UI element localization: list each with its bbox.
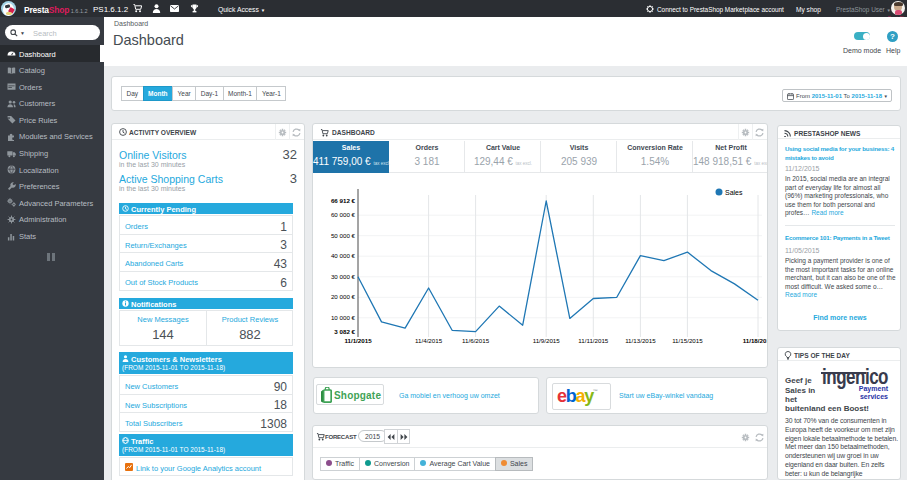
svg-text:11/18/2015: 11/18/2015 (743, 337, 768, 344)
svg-text:3 082 €: 3 082 € (334, 328, 355, 335)
svg-text:60 000 €: 60 000 € (331, 211, 356, 218)
svg-text:20 000 €: 20 000 € (331, 293, 356, 300)
svg-text:66 912 €: 66 912 € (331, 197, 356, 204)
svg-text:40 000 €: 40 000 € (331, 252, 356, 259)
svg-text:11/6/2015: 11/6/2015 (462, 337, 490, 344)
svg-text:11/13/2015: 11/13/2015 (625, 337, 656, 344)
svg-text:11/4/2015: 11/4/2015 (415, 337, 443, 344)
svg-text:10 000 €: 10 000 € (331, 314, 356, 321)
svg-text:Sales: Sales (725, 189, 743, 196)
svg-text:11/15/2015: 11/15/2015 (672, 337, 703, 344)
svg-text:11/9/2015: 11/9/2015 (533, 337, 561, 344)
svg-text:11/11/2015: 11/11/2015 (578, 337, 609, 344)
svg-text:50 000 €: 50 000 € (331, 232, 356, 239)
svg-text:30 000 €: 30 000 € (331, 273, 356, 280)
svg-text:11/1/2015: 11/1/2015 (344, 337, 372, 344)
